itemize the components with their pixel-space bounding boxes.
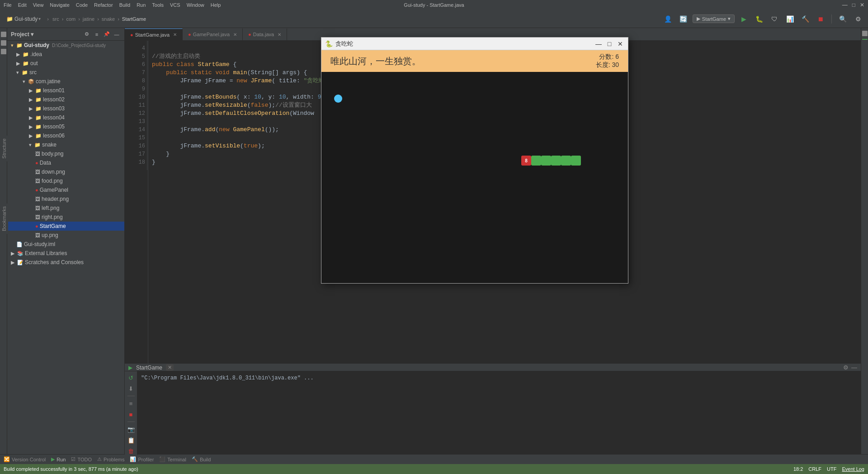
tab-startgame[interactable]: ● StartGame.java ✕ [125,28,183,40]
tree-label-lesson03: lesson03 [43,105,65,112]
run-content: ↺ ⬇ ≡ ■ 📷 📋 🗑 "C:\Program Files\Java\jdk… [125,371,861,455]
game-minimize-btn[interactable]: — [594,40,603,48]
tab-close-startgame[interactable]: ✕ [173,32,177,37]
tree-item-left-png[interactable]: 🖼 left.png [7,204,124,213]
tree-label-food-png: food.png [42,178,63,184]
tab-build[interactable]: 🔨 Build [192,456,211,462]
run-trash-btn[interactable]: 🗑 [127,446,136,455]
tree-item-lesson05[interactable]: ▶ 📁 lesson05 [7,122,124,131]
sidebar-icon[interactable] [1,49,6,54]
project-pin[interactable]: 📌 [103,30,111,38]
menu-run[interactable]: Run [137,2,146,8]
tree-item-idea[interactable]: ▶ 📁 .idea [7,50,124,59]
right-sidebar-icon[interactable] [862,31,868,36]
tree-item-scratches[interactable]: ▶ 📝 Scratches and Consoles [7,258,124,267]
run-camera-btn[interactable]: 📷 [127,425,136,434]
tree-item-gamepanel[interactable]: ● GamePanel [7,185,124,194]
menu-code[interactable]: Code [76,2,88,8]
menu-window[interactable]: Window [187,2,204,8]
tree-item-right-png[interactable]: 🖼 right.png [7,213,124,222]
menu-edit[interactable]: Edit [18,2,27,8]
build-button[interactable]: 🔨 [799,13,811,25]
menu-help[interactable]: Help [211,2,221,8]
menu-file[interactable]: File [4,2,12,8]
tree-item-startgame[interactable]: ● StartGame [7,222,124,231]
profile-button[interactable]: 📊 [783,13,796,25]
tab-todo[interactable]: ☑ TODO [71,456,92,462]
search-button[interactable]: 🔍 [836,13,849,25]
menu-view[interactable]: View [33,2,44,8]
tree-item-lesson04[interactable]: ▶ 📁 lesson04 [7,113,124,122]
vcs-update-button[interactable]: 🔄 [677,13,690,25]
tab-data[interactable]: ● Data.java ✕ [243,28,287,40]
tab-gamepanel[interactable]: ● GamePanel.java ✕ [183,28,243,40]
menu-build[interactable]: Build [119,2,130,8]
run-settings-btn[interactable]: ⚙ [843,364,849,371]
tree-item-lesson03[interactable]: ▶ 📁 lesson03 [7,104,124,113]
project-button[interactable]: 📁 Gui-study ▾ [4,13,43,25]
user-button[interactable]: 👤 [662,13,675,25]
sidebar-icon[interactable] [1,32,6,37]
stop-button[interactable]: ⏹ [814,13,827,25]
run-minimize-btn[interactable]: — [851,364,857,371]
debug-button[interactable]: 🐛 [753,13,765,25]
tree-item-src[interactable]: ▾ 📁 src [7,68,124,77]
maximize-button[interactable]: □ [852,2,855,8]
game-maximize-btn[interactable]: □ [605,40,613,48]
tab-run[interactable]: ▶ Run [51,456,66,462]
event-log[interactable]: Event Log [842,466,864,472]
tree-item-header-png[interactable]: 🖼 header.png [7,194,124,204]
project-collapse-all[interactable]: ≡ [93,30,101,38]
menu-navigate[interactable]: Navigate [50,2,69,8]
tab-terminal[interactable]: ⬛ Terminal [159,456,186,462]
window-title: Gui-study - StartGame.java [404,2,464,8]
tab-problems[interactable]: ⚠ Problems [97,456,124,462]
run-button[interactable]: ▶ [737,13,750,25]
bookmarks-tab[interactable]: Bookmarks [0,204,8,234]
structure-tab[interactable]: Structure [0,136,8,161]
tab-close-data[interactable]: ✕ [278,32,281,37]
run-tab-close-btn[interactable]: ✕ [166,364,174,371]
tree-item-down-png[interactable]: 🖼 down.png [7,167,124,176]
game-snake-body-2 [541,156,551,166]
menu-tools[interactable]: Tools [152,2,164,8]
tree-item-com-jatine[interactable]: ▾ 📦 com.jatine [7,77,124,86]
tree-item-out[interactable]: ▶ 📁 out [7,59,124,68]
tree-item-lesson06[interactable]: ▶ 📁 lesson06 [7,131,124,140]
settings-button[interactable]: ⚙ [852,13,864,25]
run-configuration[interactable]: ▶ StartGame ▾ [693,14,735,23]
close-button[interactable]: ✕ [860,2,864,8]
tab-version-control[interactable]: 🔀 Version Control [4,456,46,462]
tree-item-lesson02[interactable]: ▶ 📁 lesson02 [7,95,124,104]
tree-item-snake[interactable]: ▾ 📁 snake [7,140,124,149]
tab-profiler[interactable]: 📊 Profiler [130,456,154,462]
run-rerun-btn[interactable]: ↺ [127,373,136,382]
run-stop-btn[interactable]: ⬇ [127,384,136,393]
run-output[interactable]: "C:\Program Files\Java\jdk1.8.0_311\bin\… [137,371,861,455]
run-filter-btn[interactable]: ■ [127,410,136,419]
tree-item-iml[interactable]: 📄 Gui-study.iml [7,240,124,249]
tree-item-lesson01[interactable]: ▶ 📁 lesson01 [7,86,124,95]
project-close[interactable]: — [113,30,121,38]
line-num-12: 12 [127,109,145,118]
minimize-button[interactable]: — [842,2,848,8]
tree-item-data[interactable]: ● Data [7,158,124,167]
menu-vcs[interactable]: VCS [170,2,180,8]
tree-item-gui-study[interactable]: ▾ 📁 Gui-study D:\Code_Project\Gui-study [7,41,124,50]
right-sidebar [861,28,868,454]
tree-item-up-png[interactable]: 🖼 up.png [7,231,124,240]
game-canvas[interactable]: 8 [321,72,628,283]
sidebar-icon[interactable] [1,40,6,46]
line-num-10: 10 [127,93,145,101]
tree-item-external-libs[interactable]: ▶ 📚 External Libraries [7,249,124,258]
tree-item-body-png[interactable]: 🖼 body.png [7,149,124,158]
tree-item-food-png[interactable]: 🖼 food.png [7,176,124,185]
game-close-btn[interactable]: ✕ [616,40,624,48]
run-copy-btn[interactable]: 📋 [127,436,136,445]
project-settings-gear[interactable]: ⚙ [83,30,91,38]
run-with-coverage-button[interactable]: 🛡 [768,13,781,25]
run-scroll-btn[interactable]: ≡ [127,399,136,408]
menu-refactor[interactable]: Refactor [94,2,113,8]
tab-close-gamepanel[interactable]: ✕ [233,32,237,37]
tree-label-external-libs: External Libraries [25,250,67,256]
